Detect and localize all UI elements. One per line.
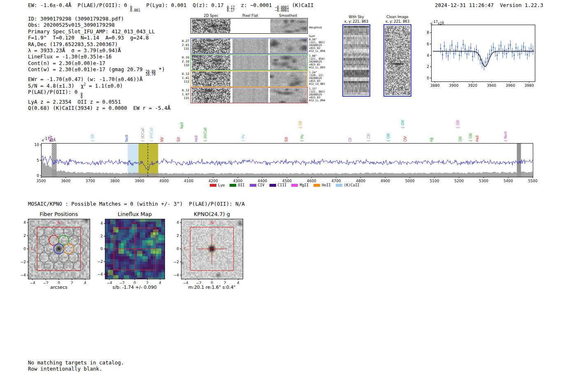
col-header-pixelflat: Pixel Flat bbox=[232, 14, 269, 18]
spectral-line-label: { OII bbox=[299, 121, 303, 129]
spec2d-row-annotation: 1.00"(221, 854)20200525v015_01412_LL_093 bbox=[309, 55, 325, 69]
legend-swatch bbox=[314, 184, 320, 187]
spectral-line-label: HeII bbox=[195, 135, 199, 142]
kpno-caption: m:20.1 re:1.6" s:0.4" bbox=[181, 285, 243, 290]
line-fit-zoom-plot bbox=[419, 20, 542, 90]
kpno-image-cutout bbox=[170, 216, 250, 284]
info-line: LineFlux = -1.30(±0.35)e-16 bbox=[28, 53, 170, 60]
spectral-line-label: { NeIII bbox=[504, 131, 508, 142]
full-spectrum-plot bbox=[25, 137, 539, 188]
spec2d-row-annotation: 0.50"(221, 863)20200525v015_02412_LL_094 bbox=[309, 38, 325, 53]
legend-swatch bbox=[250, 184, 256, 187]
fiber-2d-spec-image bbox=[192, 72, 230, 86]
legend-label: CIII bbox=[278, 183, 287, 187]
spectral-line-label: { OIII bbox=[469, 133, 473, 142]
footer-line: No matching targets in catalog. bbox=[28, 360, 124, 366]
col-header-smoothed: Smoothed bbox=[269, 14, 307, 18]
spectral-line-label: CII bbox=[348, 138, 353, 142]
footer-notes: No matching targets in catalog. Row inte… bbox=[28, 360, 124, 372]
legend-item: CIV bbox=[250, 183, 265, 187]
legend-item: HeII bbox=[314, 183, 331, 187]
fiber-smoothed-image bbox=[270, 39, 307, 53]
spectral-line-label: { OIII bbox=[401, 120, 405, 129]
info-line: λ = 3933.23Å σ = 3.79(±0.94)Å bbox=[28, 47, 170, 53]
legend-swatch bbox=[230, 184, 236, 187]
mosaic-match-line: MOSAIC/KPNO : Possible Matches = 0 (with… bbox=[28, 201, 245, 207]
spec2d-row-stats: 0.121.41112 bbox=[177, 72, 189, 84]
fiber-smoothed-image bbox=[270, 55, 307, 70]
spectral-line-label: CIV bbox=[404, 137, 408, 142]
spec2d-row-annotation: 1.33"(221, 863)20200525v015_03412_LL_094 bbox=[309, 88, 325, 102]
info-line: P(LAE)/P(OII): 0 00 bbox=[28, 89, 170, 99]
footer-line: Row intentionally blank. bbox=[28, 366, 124, 372]
spectral-line-label: { CIII bbox=[367, 134, 371, 142]
detection-info-block: ID: 3090179298 (3090179298.pdf)Obs: 2020… bbox=[28, 16, 170, 111]
legend-swatch bbox=[291, 184, 298, 187]
fiber-2d-spec-image bbox=[192, 39, 230, 53]
legend-label: OII bbox=[238, 183, 244, 187]
spectral-line-label: { (H)CaII bbox=[204, 128, 208, 142]
with-sky-title: With Sky bbox=[340, 15, 373, 19]
legend-item: Lyα bbox=[210, 183, 225, 187]
legend-item: OII bbox=[230, 183, 244, 187]
fiber-smoothed-image bbox=[270, 88, 307, 103]
zoom-plot-unit-label: e-17x2Å bbox=[430, 22, 444, 26]
spectral-line-label: HeII bbox=[476, 135, 480, 142]
spectral-line-label: Hβ bbox=[430, 137, 434, 142]
report-timestamp: 2024-12-31 11:26:47 bbox=[435, 2, 494, 8]
info-line: EWr = -1.70(±0.47) (w: -1.70(±0.46))Å bbox=[28, 76, 170, 82]
with-sky-coords: x, y: 221, 863 bbox=[340, 19, 373, 23]
spec2d-row-annotation: 1.24"(220, 22)20200525v015_03412_LU_001 bbox=[309, 71, 325, 86]
spec2d-row-stats: 0.162.10132 bbox=[177, 56, 189, 67]
legend-label: MgII bbox=[300, 183, 309, 187]
legend-swatch bbox=[210, 184, 216, 187]
spectral-line-label: NeII bbox=[180, 122, 184, 129]
fiber-pixel-flat-image bbox=[232, 55, 268, 70]
spec2d-row-stats: 0.121.97131 bbox=[177, 88, 189, 100]
spectral-line-label: { Hγ bbox=[242, 135, 246, 142]
clean-image bbox=[385, 26, 410, 95]
spectral-line-label: NV bbox=[160, 137, 165, 142]
spectral-line-label: SiII bbox=[177, 137, 181, 142]
spec2d-row-stats: 0.272.01131 bbox=[177, 39, 189, 51]
fiber-pixel-flat-image bbox=[232, 39, 268, 53]
info-line: RA,Dec (179.652283,53.200367) bbox=[28, 41, 170, 47]
weighted-smoothed-image bbox=[270, 19, 307, 33]
fiber-xaxis-label: arcsecs bbox=[28, 285, 90, 290]
legend-label: CIV bbox=[258, 183, 265, 187]
info-line: Primary Spec_Slot_IFU_AMP: 412_013_043_L… bbox=[28, 28, 170, 35]
col-header-2dspec: 2D Spec bbox=[191, 14, 231, 18]
spectral-line-label: OIII bbox=[459, 137, 463, 142]
legend-label: HeII bbox=[322, 183, 331, 187]
spectrum-legend: LyαOIICIVCIIIMgIIHeII(K)CaII bbox=[210, 183, 360, 187]
legend-swatch bbox=[336, 184, 342, 187]
legend-swatch bbox=[269, 184, 276, 187]
spectral-line-label: { (K)CaII bbox=[141, 128, 145, 142]
fiber-smoothed-image bbox=[270, 72, 307, 86]
fiber-2d-spec-image bbox=[192, 88, 230, 103]
fiber-positions-cutout bbox=[16, 216, 97, 284]
spectral-line-label: SiIV bbox=[49, 136, 53, 142]
report-version: Version 1.22.3 bbox=[500, 2, 543, 8]
lineflux-map-cutout bbox=[93, 216, 172, 284]
info-line: Obs: 20200525v015_3090179298 bbox=[28, 22, 170, 28]
summary-stats-line: EW: -1.6±-0.4Å P(LAE)/P(OII): 0 00.001 P… bbox=[28, 2, 314, 12]
clean-image-title: Clean Image bbox=[381, 15, 414, 19]
info-line: Cont(w) = 2.30(±0.01)e-17 (gmag 20.79 20… bbox=[28, 66, 170, 76]
spectral-line-label: SiII bbox=[285, 137, 289, 142]
lineflux-caption: s/b: -1.74 +/- 0.090 bbox=[102, 285, 167, 290]
legend-label: (K)CaII bbox=[344, 183, 360, 187]
info-line: Q(0.68) (K)CaII(3934) z = 0.0000 EW r = … bbox=[28, 105, 170, 111]
fiber-pixel-flat-image bbox=[232, 72, 268, 86]
legend-item: CIII bbox=[269, 183, 287, 187]
weighted-2d-spec-image bbox=[192, 19, 230, 33]
info-line: LyA z = 2.2354 OII z = 0.0551 bbox=[28, 99, 170, 105]
spectral-line-label: { OII bbox=[91, 134, 95, 142]
fiber-pixel-flat-image bbox=[232, 88, 268, 103]
info-line: ID: 3090179298 (3090179298.pdf) bbox=[28, 16, 170, 22]
report-meta: 2024-12-31 11:26:47 Version 1.22.3 bbox=[435, 2, 543, 8]
spectral-line-label: { Hγ bbox=[300, 135, 304, 142]
info-line: F=1.9" T=0.120 N=1.14 A=0.93 g=24.8 bbox=[28, 35, 170, 41]
with-sky-image bbox=[344, 26, 369, 95]
info-line: Cont(n) = 2.30(±0.00)e-17 bbox=[28, 60, 170, 66]
